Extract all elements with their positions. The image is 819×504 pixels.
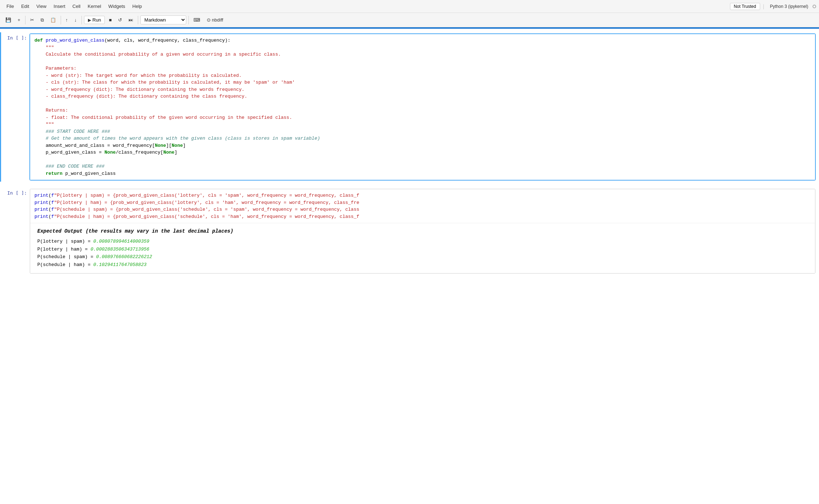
cell-2: In [ ]: print(f"P(lottery | spam) = {pro… <box>0 187 819 275</box>
add-cell-button[interactable]: + <box>15 16 23 24</box>
output-value-4: 0.10294117647058823 <box>93 262 146 267</box>
toolbar: 💾 + ✂ ⧉ 📋 ↑ ↓ ▶ Run ■ ↺ ⏭ Markdown Code … <box>0 13 819 27</box>
keyboard-icon: ⌨ <box>193 17 200 23</box>
menu-view[interactable]: View <box>33 3 50 10</box>
cell-1-label: In [ ]: <box>1 34 30 180</box>
toolbar-separator-4 <box>138 16 138 24</box>
kernel-status-icon <box>813 5 816 8</box>
move-up-button[interactable]: ↑ <box>63 16 71 24</box>
output-line-3: P(schedule | spam) = 0.00897666068222621… <box>37 253 808 261</box>
fast-forward-icon: ⏭ <box>128 17 133 23</box>
menu-cell[interactable]: Cell <box>69 3 84 10</box>
cell-2-label: In [ ]: <box>1 189 30 274</box>
copy-icon: ⧉ <box>41 17 44 23</box>
cell-1: In [ ]: def prob_word_given_class(word, … <box>0 32 819 182</box>
cell-2-content[interactable]: print(f"P(lottery | spam) = {prob_word_g… <box>30 189 815 274</box>
not-trusted-button[interactable]: Not Trusted <box>730 3 760 10</box>
cut-icon: ✂ <box>30 17 34 23</box>
menu-edit[interactable]: Edit <box>18 3 33 10</box>
menu-file[interactable]: File <box>3 3 18 10</box>
notebook: In [ ]: def prob_word_given_class(word, … <box>0 29 819 279</box>
menubar-right: Not Trusted | Python 3 (ipykernel) <box>730 3 816 10</box>
arrow-up-icon: ↑ <box>66 17 68 23</box>
cell-type-select[interactable]: Markdown Code Raw NBConvert <box>140 15 186 24</box>
keyboard-shortcuts-button[interactable]: ⌨ <box>191 16 203 24</box>
restart-button[interactable]: ↺ <box>116 16 125 24</box>
menu-help[interactable]: Help <box>129 3 146 10</box>
toolbar-separator-1 <box>25 16 25 24</box>
menu-widgets[interactable]: Widgets <box>105 3 129 10</box>
nbdiff-button[interactable]: ⊙ nbdiff <box>204 16 226 24</box>
output-value-1: 0.008078994614000359 <box>93 239 149 244</box>
output-line-1: P(lottery | spam) = 0.008078994614000359 <box>37 238 808 245</box>
output-line-2: P(lottery | ham) = 0.0002883506343713956 <box>37 246 808 253</box>
menu-kernel[interactable]: Kernel <box>84 3 105 10</box>
move-down-button[interactable]: ↓ <box>72 16 79 24</box>
cell-2-output: Expected Output (the results may vary in… <box>30 223 815 273</box>
nbdiff-label: nbdiff <box>212 17 223 23</box>
stop-icon: ■ <box>109 17 112 23</box>
arrow-down-icon: ↓ <box>74 17 77 23</box>
toolbar-separator-5 <box>188 16 189 24</box>
copy-button[interactable]: ⧉ <box>38 16 46 24</box>
plus-icon: + <box>18 17 20 23</box>
play-icon: ▶ <box>88 18 91 23</box>
cell-1-content[interactable]: def prob_word_given_class(word, cls, wor… <box>30 34 815 180</box>
toolbar-separator-2 <box>61 16 61 24</box>
output-label-4: P(schedule | ham) = <box>37 262 93 267</box>
run-button[interactable]: ▶ Run <box>84 16 105 24</box>
cell-2-code[interactable]: print(f"P(lottery | spam) = {prob_word_g… <box>30 189 815 223</box>
paste-icon: 📋 <box>50 17 56 23</box>
cell-1-code[interactable]: def prob_word_given_class(word, cls, wor… <box>30 34 815 180</box>
output-line-4: P(schedule | ham) = 0.10294117647058823 <box>37 261 808 269</box>
output-value-2: 0.0002883506343713956 <box>90 247 149 252</box>
output-value-3: 0.008976660682226212 <box>96 254 152 260</box>
expected-output-title: Expected Output (the results may vary in… <box>37 228 233 234</box>
menubar: File Edit View Insert Cell Kernel Widget… <box>0 0 819 13</box>
save-icon: 💾 <box>5 17 11 23</box>
cut-button[interactable]: ✂ <box>28 16 37 24</box>
menu-insert[interactable]: Insert <box>50 3 69 10</box>
output-label-3: P(schedule | spam) = <box>37 254 96 260</box>
paste-button[interactable]: 📋 <box>48 16 58 24</box>
kernel-info: Python 3 (ipykernel) <box>770 4 808 9</box>
expected-output-values: P(lottery | spam) = 0.008078994614000359… <box>37 238 808 268</box>
toolbar-separator-3 <box>81 16 82 24</box>
save-button[interactable]: 💾 <box>3 16 14 24</box>
nbdiff-icon: ⊙ <box>207 17 211 23</box>
fast-forward-button[interactable]: ⏭ <box>126 16 136 24</box>
restart-icon: ↺ <box>118 17 122 23</box>
output-label-1: P(lottery | spam) = <box>37 239 93 244</box>
output-label-2: P(lottery | ham) = <box>37 247 90 252</box>
stop-button[interactable]: ■ <box>106 16 114 24</box>
run-label: Run <box>93 17 101 23</box>
